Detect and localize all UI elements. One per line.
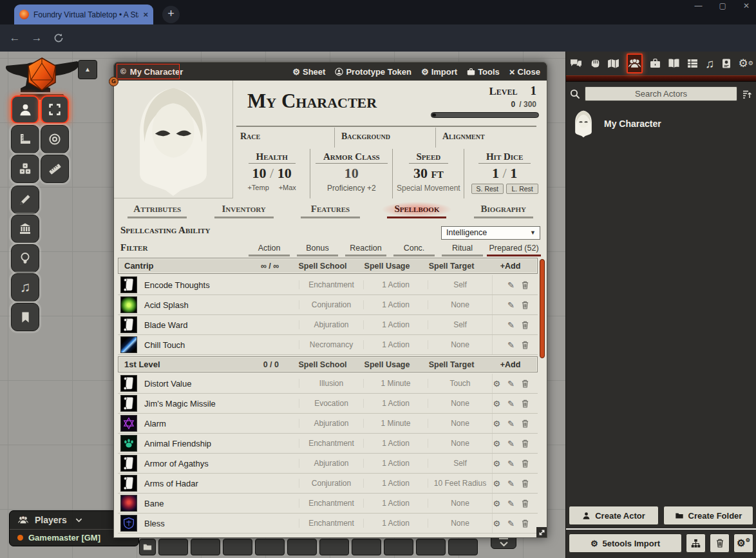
tab-inventory[interactable]: Inventory xyxy=(200,202,287,223)
spell-name[interactable]: Bless xyxy=(144,519,165,528)
tab-journal-book-icon[interactable] xyxy=(668,58,680,69)
delete-icon[interactable] xyxy=(522,479,529,488)
prepare-toggle-icon[interactable]: ⚙ xyxy=(493,479,500,488)
short-rest-button[interactable]: S. Rest xyxy=(471,184,504,194)
spell-icon-scroll[interactable] xyxy=(120,395,137,412)
maximize-icon[interactable]: ▢ xyxy=(719,1,726,10)
edit-icon[interactable]: ✎ xyxy=(507,300,515,310)
prepare-toggle-icon[interactable]: ⚙ xyxy=(493,419,500,428)
search-actors-input[interactable] xyxy=(585,86,737,101)
delete-icon[interactable] xyxy=(522,399,529,408)
delete-icon[interactable] xyxy=(522,439,529,448)
spell-name[interactable]: Encode Thoughts xyxy=(144,280,210,290)
macro-slot[interactable] xyxy=(255,539,285,555)
add-spell-button[interactable]: +Add xyxy=(484,262,537,271)
spell-list-scrollbar[interactable] xyxy=(540,259,545,358)
tab-items-suitcase-icon[interactable] xyxy=(650,58,661,69)
delete-icon[interactable] xyxy=(522,301,529,309)
tool-ruler-diagonal-icon[interactable] xyxy=(41,155,69,183)
tab-settings-gears-icon[interactable]: ⚙⚙ xyxy=(739,58,753,69)
spell-icon-paw[interactable] xyxy=(120,435,137,452)
edit-icon[interactable]: ✎ xyxy=(507,399,515,409)
tool-target-icon[interactable] xyxy=(41,125,69,153)
resize-handle[interactable] xyxy=(536,527,547,537)
character-name[interactable]: My Character xyxy=(247,90,377,113)
delete-icon[interactable] xyxy=(522,419,529,428)
edit-icon[interactable]: ✎ xyxy=(507,419,515,428)
delete-icon[interactable] xyxy=(522,281,529,289)
spell-name[interactable]: Armor of Agathys xyxy=(144,459,209,468)
spell-name[interactable]: Acid Splash xyxy=(144,300,189,310)
special-movement-label[interactable]: Special Movement xyxy=(393,184,464,193)
alignment-field[interactable]: Alignment xyxy=(436,128,536,148)
filter-prepared[interactable]: Prepared (52) xyxy=(478,244,549,256)
spell-icon-hexagram[interactable] xyxy=(120,415,137,432)
reload-icon[interactable] xyxy=(48,33,70,43)
settings-gears-button[interactable]: ⚙⚙ xyxy=(733,534,753,553)
section-slots[interactable]: ∞ / ∞ xyxy=(231,262,290,271)
delete-icon[interactable] xyxy=(522,380,529,388)
create-folder-button[interactable]: Create Folder xyxy=(663,506,753,525)
prepare-toggle-icon[interactable]: ⚙ xyxy=(493,399,500,409)
character-portrait[interactable] xyxy=(114,81,233,198)
create-actor-button[interactable]: Create Actor xyxy=(569,506,659,525)
spell-icon-acid-splash[interactable] xyxy=(120,296,137,313)
hp-max[interactable]: 10 xyxy=(278,165,292,181)
tool-lighting-bulb-icon[interactable] xyxy=(11,244,39,273)
spell-icon-chill-touch[interactable] xyxy=(120,336,137,353)
prepare-toggle-icon[interactable]: ⚙ xyxy=(493,459,500,468)
prepare-toggle-icon[interactable]: ⚙ xyxy=(493,379,500,389)
tool-notes-bookmark-icon[interactable] xyxy=(11,303,39,331)
tab-tables-icon[interactable] xyxy=(687,58,698,69)
delete-icon[interactable] xyxy=(522,341,529,349)
tab-spellbook[interactable]: Spellbook xyxy=(373,202,460,223)
tool-measure-ruler[interactable] xyxy=(11,125,39,153)
spell-name[interactable]: Distort Value xyxy=(144,379,191,389)
spell-icon-scroll[interactable] xyxy=(120,316,137,333)
spell-name[interactable]: Animal Friendship xyxy=(144,439,211,448)
tool-drawings-pencil-icon[interactable] xyxy=(11,186,39,214)
prepare-toggle-icon[interactable]: ⚙ xyxy=(493,519,500,528)
edit-icon[interactable]: ✎ xyxy=(507,479,515,488)
spell-name[interactable]: Chill Touch xyxy=(144,340,185,350)
tab-combat-fist-icon[interactable] xyxy=(589,58,600,69)
prototype-token-button[interactable]: Prototype Token xyxy=(335,67,411,77)
minimize-icon[interactable]: — xyxy=(695,1,703,10)
macro-slot[interactable] xyxy=(352,539,381,555)
macro-slot[interactable] xyxy=(319,539,349,555)
macro-slot[interactable] xyxy=(191,539,220,555)
delete-icon[interactable] xyxy=(522,499,529,508)
tool-dice-icon[interactable] xyxy=(11,155,39,183)
tab-features[interactable]: Features xyxy=(287,202,373,223)
browser-tab[interactable]: Foundry Virtual Tabletop • A Stan × xyxy=(14,5,153,24)
spell-icon-scroll[interactable] xyxy=(120,455,137,472)
tab-close-icon[interactable]: × xyxy=(143,10,148,19)
hp-current[interactable]: 10 xyxy=(252,165,267,181)
tab-actors-users-icon[interactable] xyxy=(627,53,643,73)
tool-walls-bank-icon[interactable] xyxy=(11,215,39,243)
ac-value[interactable]: 10 xyxy=(345,165,359,181)
level-value[interactable]: 1 xyxy=(531,84,537,98)
close-window-icon[interactable]: ✕ xyxy=(743,1,750,10)
edit-icon[interactable]: ✎ xyxy=(507,459,515,468)
delete-icon[interactable] xyxy=(522,321,529,329)
hit-dice-max[interactable]: 1 xyxy=(510,165,517,181)
edit-icon[interactable]: ✎ xyxy=(507,340,515,350)
tab-scenes-map-icon[interactable] xyxy=(607,58,619,69)
spell-icon-scroll[interactable] xyxy=(120,375,137,392)
spell-icon-scroll[interactable] xyxy=(120,276,137,293)
spellcasting-ability-select[interactable]: Intelligence ▼ xyxy=(441,226,540,240)
add-spell-button[interactable]: +Add xyxy=(484,360,537,369)
tab-playlists-music-icon[interactable]: ♫ xyxy=(705,58,714,69)
edit-icon[interactable]: ✎ xyxy=(507,379,515,389)
spell-name[interactable]: Blade Ward xyxy=(144,320,187,330)
sort-filter-icon[interactable] xyxy=(742,89,752,99)
spell-name[interactable]: Jim's Magic Missile xyxy=(144,399,216,409)
edit-icon[interactable]: ✎ xyxy=(507,519,515,528)
hit-dice-current[interactable]: 1 xyxy=(492,165,499,181)
import-button[interactable]: ⚙Import xyxy=(421,67,457,77)
back-icon[interactable]: ← xyxy=(4,32,26,44)
actor-name[interactable]: My Character xyxy=(604,119,661,129)
tool-select-token[interactable] xyxy=(11,95,39,124)
delete-icon[interactable] xyxy=(522,519,529,528)
